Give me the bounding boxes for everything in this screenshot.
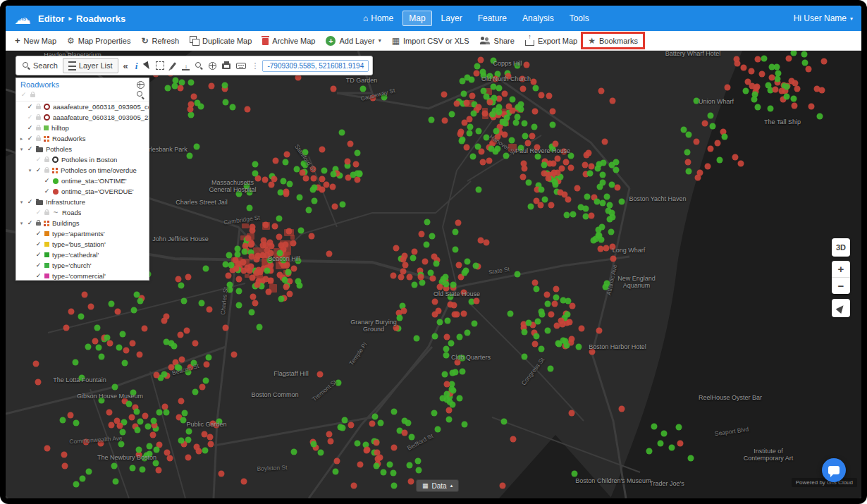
nav-tools[interactable]: Tools — [563, 11, 596, 26]
visibility-check-icon[interactable]: ✓ — [35, 252, 42, 258]
share-button[interactable]: Share — [478, 31, 517, 50]
export-map-button[interactable]: Export Map — [523, 31, 579, 50]
layer-row[interactable]: ✓hilltop — [16, 123, 149, 133]
layer-row[interactable]: ✓type='commercial' — [16, 271, 149, 281]
archive-map-button[interactable]: Archive Map — [260, 31, 317, 50]
logo-text: GIS — [18, 16, 26, 21]
chevron-down-icon[interactable]: ▾ — [19, 221, 24, 226]
lock-icon[interactable] — [36, 137, 41, 141]
3d-button[interactable]: 3D — [832, 238, 850, 257]
user-menu[interactable]: Hi User Name ▾ — [794, 13, 853, 23]
globe-tool-button[interactable] — [206, 59, 219, 73]
globe-icon[interactable] — [137, 81, 144, 89]
visibility-check-icon[interactable]: ✓ — [27, 114, 33, 121]
locate-button[interactable] — [832, 299, 850, 317]
chevron-down-icon[interactable]: ▾ — [19, 147, 24, 152]
zoom-tool-button[interactable] — [192, 59, 206, 73]
visibility-check-icon[interactable]: ✓ — [20, 92, 27, 98]
lock-icon[interactable] — [44, 159, 49, 162]
refresh-button[interactable]: ↻Refresh — [139, 31, 181, 50]
visibility-check-icon[interactable]: ✓ — [35, 209, 42, 216]
nav-analysis[interactable]: Analysis — [516, 11, 560, 26]
sq-apartments-icon — [44, 231, 49, 236]
tray-icon — [182, 61, 190, 70]
map-properties-button[interactable]: ⚙Map Properties — [65, 31, 133, 50]
layer-row[interactable]: ✓type='apartments' — [16, 228, 149, 239]
chevron-down-icon[interactable]: ▾ — [19, 199, 24, 205]
more-options-icon[interactable]: ⋮ — [249, 61, 261, 70]
layer-list-button[interactable]: Layer List — [63, 58, 118, 73]
chevron-right-icon[interactable]: ▸ — [19, 136, 24, 142]
nav-label: Analysis — [522, 13, 554, 23]
layer-row[interactable]: ✓type='bus_station' — [16, 239, 149, 250]
gis-cloud-logo[interactable]: ☁ GIS — [14, 9, 32, 27]
visibility-check-icon[interactable]: ✓ — [27, 125, 33, 131]
zoom-out-button[interactable]: − — [832, 278, 850, 294]
lock-icon[interactable] — [44, 211, 49, 215]
search-button[interactable]: Search — [20, 59, 61, 73]
zoom-controls: + − — [832, 261, 850, 294]
sq-cathedral-icon — [44, 252, 49, 257]
print-tool-button[interactable] — [219, 59, 233, 73]
button-label: Archive Map — [272, 37, 315, 45]
select-tool-button[interactable] — [153, 59, 167, 73]
nav-label: Home — [371, 13, 393, 23]
lock-icon[interactable] — [44, 169, 49, 173]
visibility-check-icon[interactable]: ✓ — [27, 146, 33, 152]
keyboard-tool-button[interactable] — [233, 59, 249, 73]
visibility-check-icon[interactable]: ✓ — [27, 220, 33, 226]
lock-icon[interactable] — [30, 94, 35, 97]
star-icon: ★ — [588, 37, 596, 45]
collapse-button[interactable]: « — [121, 59, 131, 73]
nav-layer[interactable]: Layer — [435, 11, 469, 26]
nav-home[interactable]: ⌂Home — [357, 11, 400, 26]
lock-icon[interactable] — [36, 127, 41, 130]
visibility-check-icon[interactable]: ✓ — [44, 178, 50, 184]
layer-row[interactable]: ▾✓Buildings — [16, 218, 149, 228]
coordinates-display[interactable]: -7909309.5585, 5216081.9194 — [262, 60, 369, 72]
new-map-button[interactable]: +New Map — [13, 31, 59, 50]
layer-row[interactable]: ✓ontime_sta='OVERDUE' — [16, 186, 149, 197]
visibility-check-icon[interactable]: ✓ — [35, 156, 42, 163]
layer-row[interactable]: ▾✓Potholes — [16, 144, 149, 154]
add-layer-button[interactable]: Add Layer▾ — [324, 31, 383, 50]
layer-search-icon[interactable] — [137, 91, 144, 99]
map-canvas[interactable]: Hayden PlanetariumCopps HillTD GardenOld… — [6, 51, 861, 498]
layer-row[interactable]: ✓Potholes in Boston — [16, 154, 149, 165]
layer-row[interactable]: ✓ontime_sta='ONTIME' — [16, 176, 149, 186]
lock-icon[interactable] — [36, 106, 41, 109]
lock-icon[interactable] — [36, 222, 41, 226]
visibility-check-icon[interactable]: ✓ — [35, 273, 42, 279]
layer-row[interactable]: ▾✓Potholes on time/overdue — [16, 165, 149, 176]
data-grid-button[interactable]: ▦ Data ▴ — [416, 479, 459, 492]
layer-row[interactable]: ✓~Roads — [16, 207, 149, 218]
layer-row[interactable]: ✓aaaafeature_060318_093905_231220 — [16, 112, 149, 123]
zoom-in-button[interactable]: + — [832, 261, 850, 278]
bookmarks-button[interactable]: ★Bookmarks — [586, 31, 640, 50]
visibility-check-icon[interactable]: ✓ — [27, 135, 33, 142]
chat-bubble-button[interactable] — [822, 458, 846, 482]
ring-dark-icon — [52, 156, 59, 163]
visibility-check-icon[interactable]: ✓ — [44, 188, 50, 195]
layer-row[interactable]: ✓type='church' — [16, 260, 149, 271]
chevron-down-icon[interactable]: ▾ — [27, 168, 32, 173]
visibility-check-icon[interactable]: ✓ — [35, 231, 42, 237]
layer-row[interactable]: ▾✓Infrastructure — [16, 197, 149, 207]
info-button[interactable]: i — [131, 59, 142, 73]
import-csv-button[interactable]: ▦Import CSV or XLS — [390, 31, 472, 50]
visibility-check-icon[interactable]: ✓ — [35, 241, 42, 247]
nav-feature[interactable]: Feature — [472, 11, 513, 26]
nav-map[interactable]: Map — [402, 11, 431, 26]
download-tool-button[interactable] — [179, 59, 192, 73]
visibility-check-icon[interactable]: ✓ — [27, 104, 33, 110]
visibility-check-icon[interactable]: ✓ — [35, 262, 42, 269]
visibility-check-icon[interactable]: ✓ — [35, 167, 42, 173]
layer-row[interactable]: ✓aaaafeature_060318_093905_copy1 — [16, 102, 149, 112]
visibility-check-icon[interactable]: ✓ — [27, 199, 33, 205]
pointer-tool-button[interactable] — [142, 59, 153, 73]
layer-row[interactable]: ✓type='cathedral' — [16, 250, 149, 260]
duplicate-map-button[interactable]: Duplicate Map — [187, 31, 254, 50]
edit-tool-button[interactable] — [167, 59, 179, 73]
lock-icon[interactable] — [36, 116, 41, 120]
layer-row[interactable]: ▸✓Roadworks — [16, 133, 149, 144]
